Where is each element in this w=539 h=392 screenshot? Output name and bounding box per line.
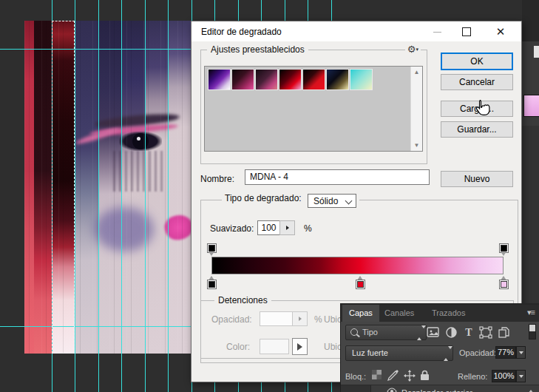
close-icon: ✕ <box>489 21 512 41</box>
dialog-title: Editor de degradado <box>201 27 282 37</box>
gradient-type-select[interactable]: Sólido <box>308 194 356 208</box>
panel-menu-icon[interactable]: ▾≡ <box>527 308 535 317</box>
gradient-swatch-thumbnail[interactable] <box>523 95 539 117</box>
gradient-preset-swatch[interactable] <box>302 69 325 90</box>
layer-style-row[interactable]: Resplandor exterior <box>341 385 539 392</box>
layers-panel: Capas Canales Trazados ▾≡ Tipo T Luz fue… <box>340 303 539 392</box>
maximize-icon <box>462 27 471 36</box>
photoshop-screen: Editor de degradado ✕ Ajustes preestable… <box>0 0 539 392</box>
stop-opacity-input[interactable] <box>260 311 293 326</box>
panel-tabbar: Capas Canales Trazados ▾≡ <box>341 305 539 322</box>
updown-arrows-icon <box>444 349 449 358</box>
gradient-preset-swatch[interactable] <box>350 69 373 90</box>
smoothness-input[interactable]: 100 <box>257 220 280 235</box>
arrow-right-icon <box>297 343 302 351</box>
stop-color-label: Color: <box>226 342 250 352</box>
fill-label: Relleno: <box>458 372 487 381</box>
arrow-right-icon <box>286 226 289 230</box>
save-button[interactable]: Guardar... <box>441 121 513 138</box>
stop-color-swatch[interactable] <box>260 339 289 354</box>
gradient-preset-swatch[interactable] <box>255 69 278 90</box>
gradient-preset-swatch[interactable] <box>279 69 302 90</box>
lock-all-icon[interactable] <box>420 370 432 382</box>
layer-style-name: Resplandor exterior <box>401 388 472 392</box>
filter-shape-layers-icon[interactable] <box>479 326 492 339</box>
filter-type-layers-icon[interactable]: T <box>463 326 476 339</box>
selection-marching-ants <box>52 21 75 354</box>
visibility-eye-icon[interactable] <box>387 388 397 392</box>
arrow-right-icon <box>299 317 302 321</box>
filter-adjustment-layers-icon[interactable] <box>445 326 458 339</box>
tab-layers[interactable]: Capas <box>342 305 379 322</box>
document-photo <box>24 21 191 354</box>
smoothness-slider-button[interactable] <box>279 220 295 235</box>
stop-opacity-label: Opacidad: <box>211 314 252 325</box>
opacity-dropdown-button[interactable] <box>516 346 526 359</box>
style-row-gutter <box>341 385 371 392</box>
maximize-button[interactable] <box>455 21 478 41</box>
smoothness-label: Suavizado: <box>210 223 254 234</box>
fill-dropdown-button[interactable] <box>516 370 526 382</box>
layer-filter-select[interactable]: Tipo <box>345 325 427 340</box>
opacity-label: Opacidad: <box>459 348 496 357</box>
presets-list: ▲ ▼ <box>204 66 423 152</box>
stop-color-picker-button[interactable] <box>292 338 308 355</box>
chevron-down-icon: ▾ <box>416 47 418 52</box>
scroll-down-icon[interactable]: ▼ <box>411 140 422 151</box>
filter-smart-objects-icon[interactable] <box>498 326 511 339</box>
vertical-guide <box>145 0 146 392</box>
vertical-guide <box>98 0 99 392</box>
ok-button[interactable]: OK <box>441 53 513 70</box>
lock-transparency-icon[interactable] <box>372 370 384 382</box>
name-input[interactable]: MDNA - 4 <box>245 169 430 185</box>
gradient-preset-swatch[interactable] <box>231 69 254 90</box>
color-stop[interactable] <box>207 276 217 289</box>
gradient-preset-swatch[interactable] <box>326 69 349 90</box>
presets-menu-button[interactable]: ⚙▾ <box>405 44 421 55</box>
chevron-down-icon <box>519 351 523 354</box>
vertical-guide <box>168 0 169 392</box>
hand-cursor <box>472 99 492 120</box>
opacity-stop[interactable] <box>499 243 509 257</box>
opacity-value[interactable]: 77% <box>495 346 516 359</box>
lock-label: Bloq.: <box>345 372 366 381</box>
chevron-down-icon <box>519 375 523 378</box>
new-button[interactable]: Nuevo <box>441 171 513 187</box>
panel-sliver <box>534 46 539 58</box>
presets-legend: Ajustes preestablecidos <box>207 44 308 55</box>
lock-position-move-icon[interactable] <box>404 370 416 382</box>
scroll-up-icon[interactable]: ▲ <box>411 67 422 78</box>
dialog-titlebar[interactable]: Editor de degradado ✕ <box>191 21 521 41</box>
search-icon <box>350 328 358 336</box>
vertical-guide <box>75 0 75 392</box>
color-stop[interactable] <box>356 276 365 289</box>
lock-pixels-brush-icon[interactable] <box>387 370 399 382</box>
presets-scrollbar[interactable]: ▲ ▼ <box>410 67 422 151</box>
gear-icon: ⚙ <box>407 44 416 55</box>
gradient-preview-bar[interactable] <box>211 257 504 274</box>
minimize-icon <box>433 32 441 33</box>
smoothness-unit: % <box>304 223 312 234</box>
opacity-stop[interactable] <box>207 243 217 257</box>
filter-pixel-layers-icon[interactable] <box>427 326 440 339</box>
fill-value[interactable]: 100% <box>492 370 516 382</box>
chevron-down-icon <box>345 197 353 205</box>
filter-toggle-switch[interactable] <box>529 324 536 339</box>
name-label: Nombre: <box>200 174 234 184</box>
stop-opacity-slider-button[interactable] <box>292 311 308 326</box>
tab-channels[interactable]: Canales <box>378 305 421 322</box>
tab-paths[interactable]: Trazados <box>425 305 472 322</box>
minimize-button[interactable] <box>426 21 448 41</box>
svg-text:T: T <box>465 327 472 338</box>
gradient-type-label: Tipo de degradado: <box>225 193 302 203</box>
blend-mode-select[interactable]: Luz fuerte <box>345 345 453 361</box>
vertical-guide <box>121 0 122 392</box>
gradient-preset-swatch[interactable] <box>208 69 231 90</box>
close-button[interactable]: ✕ <box>489 21 512 41</box>
stop-opacity-unit: % <box>314 314 322 325</box>
color-stop[interactable] <box>499 276 509 289</box>
stops-legend: Detenciones <box>214 295 271 305</box>
updown-arrows-icon <box>417 328 422 337</box>
cancel-button[interactable]: Cancelar <box>441 74 513 90</box>
